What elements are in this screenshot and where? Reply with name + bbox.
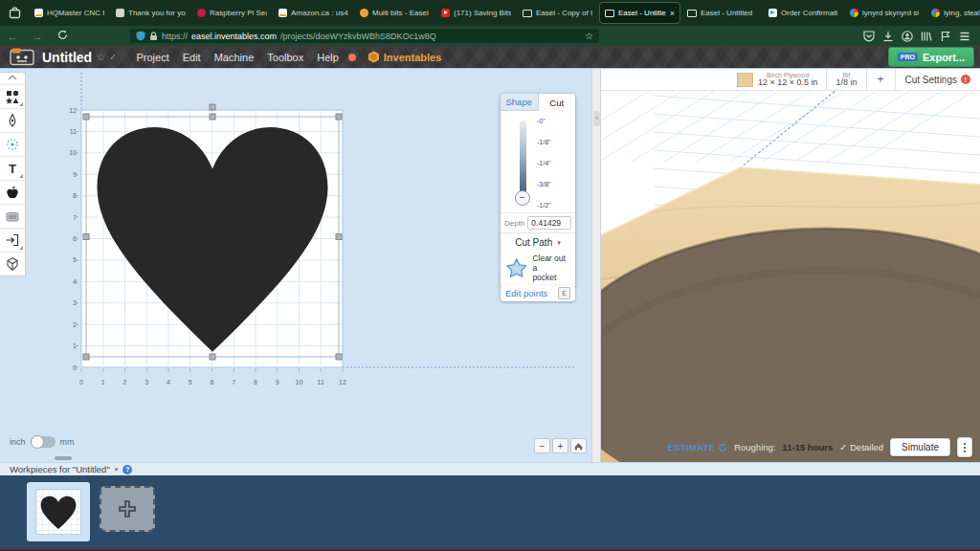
origin-target-button[interactable]	[0, 133, 25, 157]
browser-tab[interactable]: Easel - Copy of U	[518, 3, 597, 23]
material-bar: Birch Plywood 12 × 12 × 0.5 in Bit 1/8 i…	[601, 69, 980, 91]
project-title[interactable]: Untitled	[42, 50, 92, 65]
icon-library-apple-icon	[5, 185, 20, 200]
favorite-star-icon[interactable]: ☆	[97, 52, 105, 62]
tab-cut[interactable]: Cut	[539, 94, 576, 111]
design-canvas[interactable]: 01234567891011120123456789101112 inch mm…	[0, 69, 591, 463]
browser-tab[interactable]: Easel - Untitled×	[599, 2, 680, 24]
tab-shape[interactable]: Shape	[501, 94, 539, 111]
browser-tab[interactable]: Order Confirmati	[764, 3, 843, 23]
edit-points-button[interactable]: Edit points E	[501, 285, 575, 301]
zoom-out-button[interactable]: −	[534, 438, 550, 453]
browser-tab[interactable]: lynyrd skynyrd si	[845, 3, 924, 23]
selection-handle[interactable]	[336, 234, 342, 240]
easel-pro-logo[interactable]	[10, 48, 34, 66]
workpiece-thumbnail-selected[interactable]	[27, 482, 90, 541]
simulate-button[interactable]: Simulate	[890, 438, 950, 456]
add-bit-button[interactable]: +	[867, 69, 895, 90]
depth-slider-handle[interactable]: −	[515, 190, 530, 206]
ruler-x-label: 6	[211, 379, 214, 386]
selection-handle[interactable]	[83, 234, 89, 240]
machine-tool-button[interactable]	[0, 205, 25, 229]
bookmark-star-icon[interactable]: ☆	[585, 31, 593, 41]
selection-handle[interactable]	[83, 114, 89, 120]
pocket-option[interactable]: Clear out a pocket	[501, 252, 575, 288]
inventables-brand-label: Inventables	[384, 52, 442, 63]
inventables-logo-icon	[368, 51, 380, 63]
workpieces-strip	[0, 475, 980, 549]
depth-input[interactable]: 0.41429	[527, 216, 571, 230]
tab-close-icon[interactable]: ×	[670, 9, 675, 18]
cut-settings-button[interactable]: Cut Settings !	[896, 69, 980, 90]
selection-handle[interactable]	[83, 354, 89, 360]
text-tool-button[interactable]: T	[0, 157, 25, 181]
cut-path-dropdown[interactable]: Cut Path ▾	[501, 232, 575, 252]
canvas-horizontal-scrollbar[interactable]	[55, 456, 72, 460]
zoom-home-button[interactable]	[570, 438, 587, 453]
tab-title: Thank you for your p	[128, 9, 186, 17]
browser-tab[interactable]: Amazon.ca : us4	[274, 3, 353, 23]
selection-handle[interactable]	[210, 354, 215, 360]
workpieces-header[interactable]: Workpieces for "Untitled" ▾ ?	[0, 462, 980, 475]
ruler-x-label: 3	[145, 379, 148, 386]
browser-tab[interactable]: Multi bits - Easel	[355, 3, 434, 23]
favicon-amazon	[34, 9, 43, 17]
unit-toggle-knob[interactable]	[31, 435, 44, 449]
canvas-zoom-controls: − +	[534, 438, 587, 453]
browser-tab[interactable]: Thank you for your p	[111, 3, 190, 23]
menu-toolbox[interactable]: Toolbox	[267, 52, 303, 63]
panel-divider[interactable]: ›	[591, 69, 601, 463]
shapes-tool-button[interactable]	[0, 85, 25, 109]
import-tool-button[interactable]	[0, 229, 25, 253]
browser-tab[interactable]: HQMaster CNC R	[30, 3, 109, 23]
menu-project[interactable]: Project	[136, 52, 168, 63]
browser-tab[interactable]: lying, stealing, an	[926, 3, 980, 23]
help-icon[interactable]: ?	[122, 465, 132, 474]
add-workpiece-button[interactable]	[100, 486, 155, 532]
reload-button[interactable]	[50, 30, 75, 42]
favicon-google	[850, 9, 858, 17]
tab-title: Order Confirmati	[781, 9, 838, 17]
firefox-view-button[interactable]	[0, 0, 29, 26]
preview-options-kebab-button[interactable]	[957, 437, 972, 457]
3d-preview-cube-button[interactable]	[0, 253, 25, 276]
chevron-down-icon[interactable]: ▾	[115, 466, 119, 474]
flag-icon[interactable]	[940, 31, 951, 42]
export-button[interactable]: PRO Export...	[888, 47, 974, 67]
forward-button[interactable]: →	[25, 31, 50, 42]
ruler-x-label: 12	[339, 379, 346, 386]
browser-tab[interactable]: Raspberry Pi Secu	[192, 3, 272, 23]
units-toggle[interactable]: inch mm	[10, 436, 75, 448]
preview-3d-viewport[interactable]	[601, 90, 980, 463]
material-selector[interactable]: Birch Plywood 12 × 12 × 0.5 in	[728, 69, 827, 90]
url-bar[interactable]: https://easel.inventables.com/projects/d…	[130, 29, 599, 43]
help-notification-dot	[348, 54, 356, 61]
rotation-handle[interactable]	[210, 104, 215, 110]
selection-handle[interactable]	[210, 114, 215, 120]
browser-tab[interactable]: (171) Saving Bits	[436, 3, 516, 23]
back-button[interactable]: ←	[0, 31, 25, 42]
pen-tool-button[interactable]	[0, 109, 25, 133]
menu-edit[interactable]: Edit	[183, 52, 201, 63]
menu-help[interactable]: Help	[317, 52, 339, 63]
bit-selector[interactable]: Bit 1/8 in	[827, 69, 865, 90]
unit-toggle-pill[interactable]	[31, 436, 56, 448]
refresh-estimate-icon[interactable]	[718, 443, 727, 452]
menu-machine[interactable]: Machine	[214, 52, 255, 63]
ruler-x-label: 5	[189, 379, 192, 386]
browser-tab[interactable]: Easel - Untitled	[682, 3, 762, 23]
divider-handle[interactable]: ›	[593, 111, 600, 126]
zoom-in-button[interactable]: +	[552, 438, 568, 453]
menu-icon[interactable]	[959, 31, 970, 42]
library-icon[interactable]	[921, 31, 932, 42]
tab-title: Easel - Untitled	[701, 9, 757, 17]
inventables-brand[interactable]: Inventables	[368, 51, 442, 63]
selection-handle[interactable]	[336, 114, 342, 120]
toolbar-collapse-chevron-button[interactable]	[0, 73, 25, 85]
selection-handle[interactable]	[336, 354, 342, 360]
download-icon[interactable]	[882, 31, 894, 42]
account-icon[interactable]	[902, 31, 913, 42]
icon-library-apple-button[interactable]	[0, 181, 25, 205]
tab-title: Amazon.ca : us4	[291, 9, 348, 17]
pocket-icon[interactable]	[863, 31, 875, 42]
